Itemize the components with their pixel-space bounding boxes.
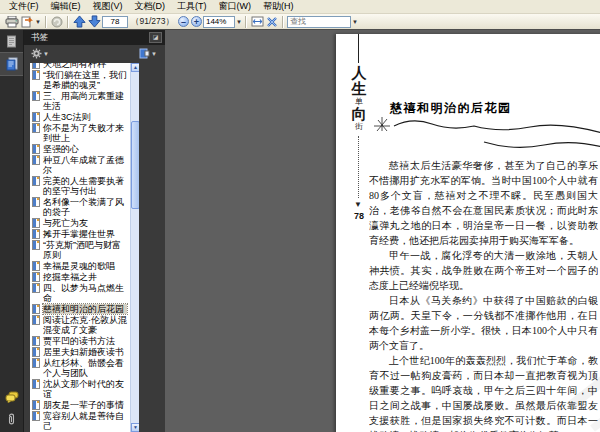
bookmark-label[interactable]: 居里夫妇新婚夜读书 bbox=[43, 347, 127, 357]
bookmark-label[interactable]: 贾平凹的读书方法 bbox=[43, 336, 127, 346]
bookmark-label[interactable]: 天地之间有杆秤 bbox=[43, 63, 127, 69]
page-number-input[interactable] bbox=[102, 16, 128, 28]
bookmark-label[interactable]: 你不是为了失败才来到世上 bbox=[43, 123, 127, 143]
expand-bookmark-button[interactable]: ▼ bbox=[139, 48, 157, 59]
bookmark-item[interactable]: 四、以梦为马点燃生命 bbox=[32, 283, 127, 303]
bookmark-item[interactable]: 种豆八年成就了孟德尔 bbox=[32, 155, 127, 175]
gear-icon bbox=[31, 48, 42, 59]
bookmark-label[interactable]: 坚强的心 bbox=[43, 144, 127, 154]
plus-icon: + bbox=[191, 16, 202, 27]
bookmark-item[interactable]: 朋友是一辈子的事情 bbox=[32, 400, 127, 410]
options-gear-button[interactable]: ▼ bbox=[31, 48, 49, 59]
scrollbar-thumb[interactable] bbox=[131, 121, 139, 209]
bookmark-item[interactable]: 天地之间有杆秤 bbox=[32, 63, 127, 69]
chevron-down-icon[interactable]: ▼ bbox=[236, 19, 242, 25]
page-number: 78 bbox=[350, 211, 368, 221]
bookmark-label[interactable]: 三、用高尚元素重建生活 bbox=[43, 91, 127, 111]
bookmark-item[interactable]: 沈从文那个时代的友谊 bbox=[32, 379, 127, 399]
bookmark-item[interactable]: 宽容别人就是善待自己 bbox=[32, 411, 127, 431]
zoom-level-input[interactable] bbox=[203, 16, 235, 28]
bookmark-item[interactable]: 挖掘幸福之井 bbox=[32, 272, 127, 282]
bookmark-icon bbox=[32, 379, 40, 389]
panel-options-button[interactable]: ◪ bbox=[149, 32, 162, 43]
bookmark-label[interactable]: 幸福是灵魂的歌唱 bbox=[43, 261, 127, 271]
bookmark-label[interactable]: “我们躺在这里，我们是希腊的魂灵” bbox=[43, 70, 127, 90]
bookmark-label[interactable]: 名利像一个装满了风的袋子 bbox=[43, 197, 127, 217]
fit-page-button[interactable] bbox=[266, 15, 278, 28]
bookmark-item[interactable]: 坚强的心 bbox=[32, 144, 127, 154]
toolbar-separator bbox=[282, 16, 284, 28]
bookmark-label[interactable]: 挖掘幸福之井 bbox=[43, 272, 127, 282]
menu-item[interactable]: 视图(V) bbox=[87, 0, 129, 13]
bookmark-item[interactable]: 阅读让杰克·伦敦从混混变成了文豪 bbox=[32, 315, 127, 335]
paragraph: 上个世纪100年的轰轰烈烈，我们忙于革命，教育不过一帖狗皮膏药，而日本却一直把教… bbox=[369, 353, 598, 432]
bookmark-icon bbox=[32, 240, 40, 250]
bookmark-label[interactable]: 从红杉林、骷髅会看个人与团队 bbox=[43, 358, 127, 378]
bookmark-item[interactable]: 人生3C法则 bbox=[32, 112, 127, 122]
bookmark-label[interactable]: 摊开手掌握住世界 bbox=[43, 229, 127, 239]
bookmark-label[interactable]: 阅读让杰克·伦敦从混混变成了文豪 bbox=[43, 315, 127, 335]
pages-icon bbox=[6, 35, 17, 48]
bookmark-label[interactable]: 完美的人生需要执著的坚守与付出 bbox=[43, 176, 127, 196]
next-page-button[interactable] bbox=[88, 15, 101, 28]
fit-width-button[interactable] bbox=[251, 15, 264, 28]
chevron-down-icon[interactable]: ▼ bbox=[352, 19, 358, 25]
zoom-in-button[interactable]: + bbox=[191, 15, 202, 28]
menu-item[interactable]: 工具(T) bbox=[171, 0, 213, 13]
tab-comments[interactable] bbox=[0, 386, 23, 408]
bookmark-label[interactable]: 种豆八年成就了孟德尔 bbox=[43, 155, 127, 175]
bookmark-item[interactable]: “我们躺在这里，我们是希腊的魂灵” bbox=[32, 70, 127, 90]
bookmark-label[interactable]: 慈禧和明治的后花园 bbox=[43, 304, 127, 314]
previous-page-button[interactable] bbox=[73, 15, 86, 28]
scroll-up-button[interactable]: ▲ bbox=[131, 63, 139, 72]
bookmark-label[interactable]: 与死亡为友 bbox=[43, 218, 127, 228]
bookmark-icon bbox=[32, 261, 40, 271]
menu-item[interactable]: 编辑(E) bbox=[45, 0, 87, 13]
paragraph: 甲午一战，腐化浮夸的大清一败涂地，天朝人神共愤。其实，战争胜败在两个帝王对一个园… bbox=[369, 248, 598, 293]
bookmark-icon bbox=[32, 155, 40, 165]
zoom-out-button[interactable]: – bbox=[178, 15, 189, 28]
find-input[interactable] bbox=[287, 16, 351, 28]
export-icon bbox=[21, 16, 34, 28]
bookmarks-scrollbar[interactable]: ▲ ▼ bbox=[130, 63, 139, 432]
bookmark-label[interactable]: 宽容别人就是善待自己 bbox=[43, 411, 127, 431]
toolbar-separator bbox=[67, 16, 69, 28]
tab-bookmarks[interactable] bbox=[0, 52, 23, 76]
document-area[interactable]: 人生单向街 ▼ 78 慈禧和明治的后花园 慈禧太后生活豪华奢侈，甚至为了自己的享… bbox=[165, 30, 600, 432]
bookmark-label[interactable]: 沈从文那个时代的友谊 bbox=[43, 379, 127, 399]
bookmark-item[interactable]: 完美的人生需要执著的坚守与付出 bbox=[32, 176, 127, 196]
menu-item[interactable]: 文件(F) bbox=[3, 0, 45, 13]
bookmark-label[interactable]: 人生3C法则 bbox=[43, 112, 127, 122]
bookmark-item[interactable]: 名利像一个装满了风的袋子 bbox=[32, 197, 127, 217]
bookmark-item[interactable]: 三、用高尚元素重建生活 bbox=[32, 91, 127, 111]
menu-item[interactable]: 文档(D) bbox=[129, 0, 172, 13]
export-button[interactable]: ▼ bbox=[21, 15, 41, 28]
bookmark-item[interactable]: “芬克斯”酒吧与财富原则 bbox=[32, 240, 127, 260]
bookmark-item[interactable]: 你不是为了失败才来到世上 bbox=[32, 123, 127, 143]
bookmark-item[interactable]: 慈禧和明治的后花园 bbox=[32, 304, 127, 314]
menu-item[interactable]: 帮助(H) bbox=[257, 0, 300, 13]
bookmark-label[interactable]: 朋友是一辈子的事情 bbox=[43, 400, 127, 410]
bookmark-icon bbox=[32, 347, 40, 357]
fit-page-icon bbox=[266, 16, 278, 28]
bookmark-action-icon bbox=[139, 48, 150, 59]
bookmark-icon bbox=[32, 358, 40, 368]
tab-pages[interactable] bbox=[0, 30, 23, 52]
menu-item[interactable]: 窗口(W) bbox=[213, 0, 258, 13]
side-title-char: 单 bbox=[346, 97, 372, 106]
tab-attachments[interactable] bbox=[0, 408, 23, 430]
body-text: 慈禧太后生活豪华奢侈，甚至为了自己的享乐不惜挪用扩充水军的军饷。当时中国100个… bbox=[369, 158, 598, 432]
bookmark-item[interactable]: 摊开手掌握住世界 bbox=[32, 229, 127, 239]
print-button[interactable] bbox=[5, 15, 19, 28]
bookmark-item[interactable]: 从红杉林、骷髅会看个人与团队 bbox=[32, 358, 127, 378]
bookmark-label[interactable]: “芬克斯”酒吧与财富原则 bbox=[43, 240, 127, 260]
bookmark-item[interactable]: 幸福是灵魂的歌唱 bbox=[32, 261, 127, 271]
bookmark-item[interactable]: 与死亡为友 bbox=[32, 218, 127, 228]
chevron-down-icon: ▼ bbox=[43, 51, 49, 57]
bookmark-label[interactable]: 四、以梦为马点燃生命 bbox=[43, 283, 127, 303]
bookmark-item[interactable]: 居里夫妇新婚夜读书 bbox=[32, 347, 127, 357]
comments-icon bbox=[5, 391, 19, 403]
bookmark-item[interactable]: 贾平凹的读书方法 bbox=[32, 336, 127, 346]
side-title-char: 人 bbox=[346, 65, 372, 81]
scroll-down-button[interactable]: ▼ bbox=[131, 423, 139, 432]
